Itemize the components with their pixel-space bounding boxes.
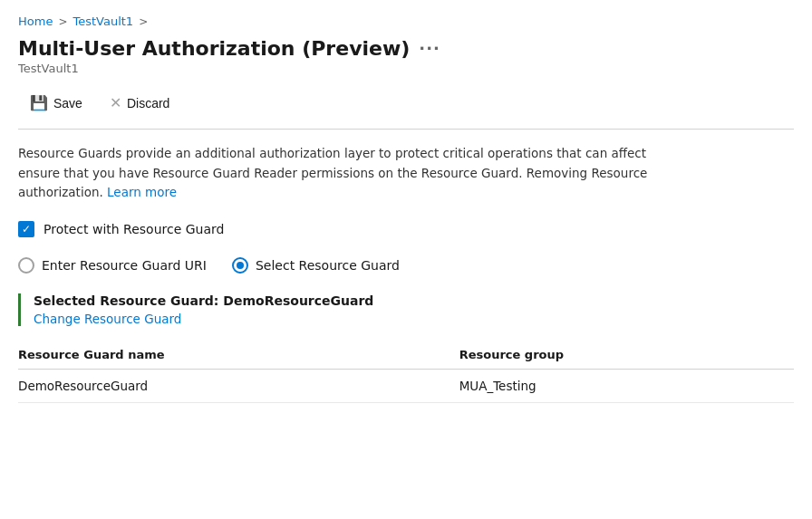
protect-checkbox[interactable]: ✓ xyxy=(18,221,34,237)
radio-label-select-guard: Select Resource Guard xyxy=(256,258,400,273)
radio-outer-select-guard xyxy=(232,257,248,274)
selected-guard-box: Selected Resource Guard: DemoResourceGua… xyxy=(18,293,794,326)
selected-guard-title: Selected Resource Guard: DemoResourceGua… xyxy=(34,293,794,308)
cell-resource-group: MUA_Testing xyxy=(449,369,794,402)
discard-icon: ✕ xyxy=(110,94,121,111)
protect-checkbox-label: Protect with Resource Guard xyxy=(44,222,224,236)
save-label: Save xyxy=(53,96,82,111)
table-row: DemoResourceGuardMUA_Testing xyxy=(18,369,794,402)
breadcrumb-sep2: > xyxy=(139,15,148,28)
col-resource-guard-name: Resource Guard name xyxy=(18,341,449,370)
radio-inner-select-guard xyxy=(237,262,244,269)
breadcrumb-vault[interactable]: TestVault1 xyxy=(72,14,133,28)
radio-select-guard[interactable]: Select Resource Guard xyxy=(232,257,400,274)
discard-label: Discard xyxy=(127,96,169,111)
radio-outer-enter-uri xyxy=(18,257,34,274)
table-header-row: Resource Guard name Resource group xyxy=(18,341,794,370)
checkmark-icon: ✓ xyxy=(22,224,31,235)
page-title: Multi-User Authorization (Preview) xyxy=(18,37,410,60)
selected-guard-label: Selected Resource Guard: xyxy=(34,293,218,308)
selected-guard-name-value: DemoResourceGuard xyxy=(223,293,373,308)
radio-enter-uri[interactable]: Enter Resource Guard URI xyxy=(18,257,207,274)
save-button[interactable]: 💾 Save xyxy=(18,88,94,118)
protect-checkbox-row: ✓ Protect with Resource Guard xyxy=(18,221,794,237)
breadcrumb: Home > TestVault1 > xyxy=(18,14,794,28)
col-resource-group: Resource group xyxy=(449,341,794,370)
cell-resource-guard-name: DemoResourceGuard xyxy=(18,369,449,402)
change-resource-guard-link[interactable]: Change Resource Guard xyxy=(34,312,181,326)
page-title-row: Multi-User Authorization (Preview) ··· xyxy=(18,37,794,60)
toolbar: 💾 Save ✕ Discard xyxy=(18,88,794,130)
learn-more-link[interactable]: Learn more xyxy=(107,185,177,199)
resource-guard-table: Resource Guard name Resource group DemoR… xyxy=(18,341,794,403)
description-text: Resource Guards provide an additional au… xyxy=(18,144,671,203)
page-subtitle: TestVault1 xyxy=(18,62,794,75)
resource-guard-radio-group: Enter Resource Guard URI Select Resource… xyxy=(18,257,794,274)
discard-button[interactable]: ✕ Discard xyxy=(98,88,181,118)
more-options-icon[interactable]: ··· xyxy=(419,39,440,58)
save-icon: 💾 xyxy=(30,94,48,111)
breadcrumb-sep1: > xyxy=(58,15,67,28)
radio-label-enter-uri: Enter Resource Guard URI xyxy=(42,258,207,273)
breadcrumb-home[interactable]: Home xyxy=(18,14,53,28)
